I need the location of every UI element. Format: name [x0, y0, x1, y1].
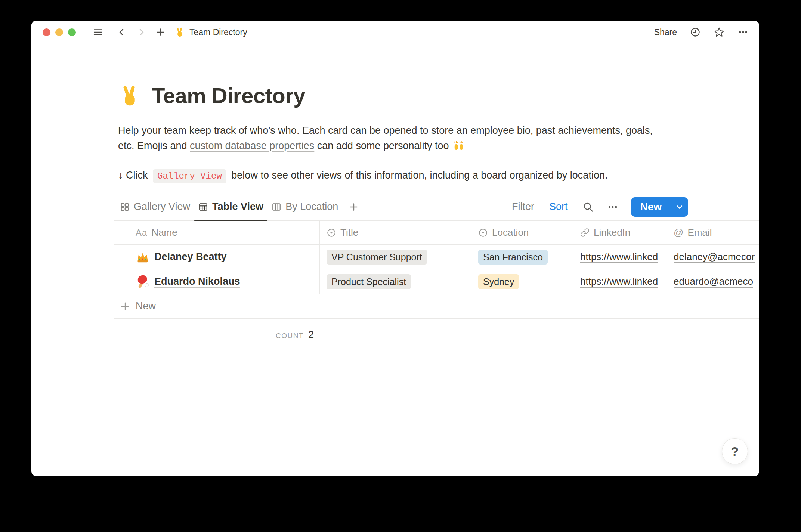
column-header-title[interactable]: Title — [320, 221, 471, 244]
person-name-link[interactable]: Delaney Beatty — [154, 251, 227, 263]
name-cell[interactable]: Eduardo Nikolaus — [114, 269, 320, 294]
add-row-button[interactable]: New — [114, 294, 759, 319]
email-link[interactable]: eduardo@acmeco — [674, 276, 753, 287]
titlebar-page-title: Team Directory — [189, 27, 247, 37]
title-tag: Product Specialist — [327, 274, 411, 289]
add-view-button[interactable] — [344, 193, 363, 220]
tab-gallery-view[interactable]: Gallery View — [116, 193, 194, 220]
clock-icon[interactable] — [690, 27, 701, 38]
tab-label: By Location — [285, 201, 338, 213]
location-tag: Sydney — [478, 274, 519, 289]
help-button[interactable]: ? — [722, 438, 748, 464]
forward-icon[interactable] — [136, 27, 147, 38]
hamburger-icon[interactable] — [92, 27, 103, 38]
table-row: Delaney Beatty VP Customer Support San F… — [114, 245, 759, 269]
star-icon[interactable] — [714, 27, 725, 38]
share-button[interactable]: Share — [654, 27, 677, 37]
team-directory-table: Aa Name Title Location — [114, 221, 759, 341]
new-record-button-group: New — [631, 197, 688, 217]
email-cell[interactable]: delaney@acmecor — [667, 245, 759, 269]
title-tag: VP Customer Support — [327, 250, 427, 265]
text-icon: Aa — [136, 228, 147, 238]
back-icon[interactable] — [116, 27, 127, 38]
column-header-name[interactable]: Aa Name — [114, 221, 320, 244]
tab-label: Gallery View — [134, 201, 190, 213]
select-icon — [327, 228, 336, 238]
column-header-location[interactable]: Location — [471, 221, 573, 244]
count-label[interactable]: count — [276, 332, 304, 340]
gallery-view-code-chip: Gallery View — [153, 169, 226, 183]
column-header-email[interactable]: @ Email — [667, 221, 759, 244]
new-tab-plus-icon[interactable] — [155, 27, 166, 38]
page-title: Team Directory — [152, 83, 305, 108]
description-text: can add some personality too — [314, 140, 452, 151]
victory-hand-icon[interactable] — [118, 84, 141, 107]
zoom-window-button[interactable] — [68, 28, 76, 36]
raising-hands-icon — [453, 140, 464, 151]
name-cell[interactable]: Delaney Beatty — [114, 245, 320, 269]
table-row: Eduardo Nikolaus Product Specialist Sydn… — [114, 269, 759, 294]
linkedin-url-link[interactable]: https://www.linked — [580, 251, 658, 263]
desktop-background: Team Directory Share Team Directory — [0, 0, 801, 532]
victory-hand-icon — [174, 27, 185, 37]
select-icon — [478, 228, 488, 238]
hint-line: ↓ Click Gallery View below to see other … — [118, 166, 607, 185]
link-icon — [580, 228, 590, 237]
close-window-button[interactable] — [43, 28, 50, 36]
email-link[interactable]: delaney@acmecor — [674, 251, 755, 263]
chevron-down-icon[interactable] — [671, 197, 688, 217]
table-header-row: Aa Name Title Location — [114, 221, 759, 245]
hint-text: ↓ Click — [118, 170, 151, 181]
titlebar: Team Directory Share — [31, 21, 759, 44]
column-label: Title — [340, 227, 358, 238]
tab-by-location[interactable]: By Location — [267, 193, 342, 220]
column-header-linkedin[interactable]: LinkedIn — [573, 221, 667, 244]
gallery-icon — [120, 202, 130, 212]
linkedin-cell[interactable]: https://www.linked — [573, 245, 667, 269]
new-record-button[interactable]: New — [631, 197, 671, 217]
location-tag: San Francisco — [478, 250, 548, 265]
title-cell[interactable]: VP Customer Support — [320, 245, 471, 269]
table-footer: count 2 — [114, 319, 320, 341]
database-toolbar: Filter Sort New — [512, 197, 688, 217]
more-icon[interactable] — [606, 201, 619, 213]
crown-icon — [136, 250, 150, 264]
notion-window: Team Directory Share Team Directory — [31, 21, 759, 476]
filter-button[interactable]: Filter — [512, 201, 534, 213]
location-cell[interactable]: San Francisco — [471, 245, 573, 269]
tab-table-view[interactable]: Table View — [194, 193, 267, 220]
column-label: Location — [492, 227, 529, 238]
minimize-window-button[interactable] — [55, 28, 63, 36]
table-icon — [198, 202, 208, 212]
location-cell[interactable]: Sydney — [471, 269, 573, 294]
plus-icon — [120, 301, 130, 312]
titlebar-actions: Share — [654, 27, 749, 38]
linkedin-url-link[interactable]: https://www.linked — [580, 276, 658, 287]
view-bar: Gallery View Table View By Location — [114, 193, 759, 221]
sort-button[interactable]: Sort — [549, 201, 568, 213]
column-label: Name — [151, 227, 177, 238]
search-icon[interactable] — [582, 201, 594, 213]
tab-label: Table View — [212, 201, 263, 213]
linkedin-cell[interactable]: https://www.linked — [573, 269, 667, 294]
title-cell[interactable]: Product Specialist — [320, 269, 471, 294]
view-tabs: Gallery View Table View By Location — [116, 193, 363, 220]
add-row-label: New — [136, 300, 156, 312]
traffic-lights — [43, 28, 76, 36]
hint-text: below to see other views of this informa… — [229, 170, 608, 181]
ping-pong-icon — [136, 275, 150, 289]
more-icon[interactable] — [737, 27, 749, 38]
column-label: LinkedIn — [594, 227, 630, 238]
page-title-block: Team Directory — [118, 83, 305, 108]
column-label: Email — [687, 227, 712, 238]
email-cell[interactable]: eduardo@acmeco — [667, 269, 759, 294]
plus-icon — [349, 202, 359, 212]
email-icon: @ — [674, 227, 683, 238]
board-icon — [272, 202, 281, 212]
page-description: Help your team keep track of who's who. … — [118, 123, 664, 154]
count-value: 2 — [308, 329, 314, 341]
custom-database-properties-link[interactable]: custom database properties — [190, 140, 314, 151]
person-name-link[interactable]: Eduardo Nikolaus — [154, 276, 240, 287]
